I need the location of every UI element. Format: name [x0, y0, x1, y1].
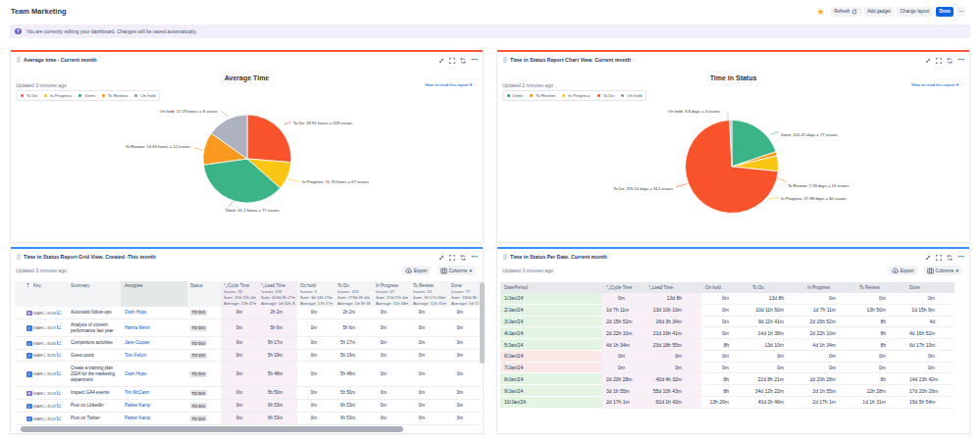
svg-text:On hold: 3.8 days = 4 issues: On hold: 3.8 days = 4 issues — [668, 109, 720, 114]
svg-text:To Review: 13.63 hours = 12 is: To Review: 13.63 hours = 12 issues — [126, 144, 190, 149]
svg-text:Done: 41.2 hours = 77 issues: Done: 41.2 hours = 77 issues — [226, 208, 280, 213]
svg-text:To Do: 29.91 hours = 219 issue: To Do: 29.91 hours = 219 issues — [293, 121, 352, 125]
svg-text:In Progress: 27.88 days = 60 i: In Progress: 27.88 days = 60 issues — [781, 196, 847, 201]
svg-text:In Progress: 11.70 hours = 67: In Progress: 11.70 hours = 67 issues — [302, 179, 369, 184]
svg-text:On hold: 17.29 hours = 8 issue: On hold: 17.29 hours = 8 issues — [160, 109, 218, 114]
svg-text:Done: 102.22 days = 77 issues: Done: 102.22 days = 77 issues — [781, 132, 838, 137]
svg-text:To Review: 7.33 days = 10 issu: To Review: 7.33 days = 10 issues — [788, 183, 849, 188]
svg-text:To Do: 375.10 days = 312 issue: To Do: 375.10 days = 312 issues — [613, 186, 673, 191]
